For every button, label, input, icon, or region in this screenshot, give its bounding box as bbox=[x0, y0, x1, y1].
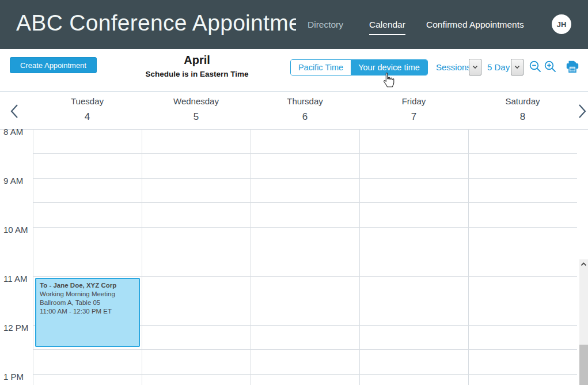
app-title: ABC Conference Appointme bbox=[16, 10, 296, 40]
vertical-scrollbar[interactable] bbox=[579, 259, 588, 385]
calendar-toolbar: Create Appointment April Schedule is in … bbox=[0, 49, 588, 92]
view-dropdown-label[interactable]: 5 Day bbox=[487, 62, 510, 72]
chevron-right-icon bbox=[577, 104, 587, 119]
appointment-attendee: To - Jane Doe, XYZ Corp bbox=[40, 281, 135, 290]
previous-week-button[interactable] bbox=[9, 104, 20, 121]
week-header: Tuesday 4 Wednesday 5 Thursday 6 Friday … bbox=[0, 92, 588, 130]
time-label: 10 AM bbox=[3, 225, 32, 235]
calendar-grid-cells[interactable]: To - Jane Doe, XYZ Corp Working Morning … bbox=[33, 130, 577, 385]
scroll-up-arrow-icon[interactable] bbox=[581, 262, 587, 267]
time-label: 8 AM bbox=[3, 127, 32, 137]
zoom-in-icon bbox=[544, 60, 557, 74]
sessions-dropdown-label[interactable]: Sessions bbox=[436, 62, 471, 72]
print-button[interactable] bbox=[564, 58, 581, 78]
print-icon bbox=[564, 58, 581, 76]
nav-item-confirmed-appointments[interactable]: Confirmed Appointments bbox=[426, 20, 524, 30]
day-header-tuesday[interactable]: Tuesday 4 bbox=[33, 92, 142, 130]
device-time-toggle[interactable]: Your device time bbox=[351, 60, 427, 75]
chevron-left-icon bbox=[9, 104, 20, 119]
zoom-out-button[interactable] bbox=[529, 60, 543, 76]
time-label: 11 AM bbox=[3, 274, 32, 284]
appointment-time: 11:00 AM - 12:30 PM ET bbox=[40, 307, 135, 316]
scrollbar-thumb[interactable] bbox=[579, 345, 588, 385]
day-header-thursday[interactable]: Thursday 6 bbox=[251, 92, 359, 130]
timezone-subtitle: Schedule is in Eastern Time bbox=[122, 70, 272, 78]
calendar-title-block: April Schedule is in Eastern Time bbox=[122, 54, 272, 78]
zoom-in-button[interactable] bbox=[544, 60, 557, 76]
nav-item-directory[interactable]: Directory bbox=[308, 20, 343, 30]
user-avatar[interactable]: JH bbox=[552, 14, 571, 34]
month-title: April bbox=[122, 54, 272, 67]
day-header-saturday[interactable]: Saturday 8 bbox=[468, 92, 577, 130]
calendar-grid: 8 AM 9 AM 10 AM 11 AM 12 PM 1 PM To - Ja… bbox=[0, 130, 588, 385]
pacific-time-toggle[interactable]: Pacific Time bbox=[291, 60, 351, 75]
timezone-toggle: Pacific Time Your device time bbox=[290, 59, 428, 76]
create-appointment-button[interactable]: Create Appointment bbox=[10, 57, 97, 73]
day-columns-header: Tuesday 4 Wednesday 5 Thursday 6 Friday … bbox=[33, 92, 577, 130]
appointment-title: Working Morning Meeting bbox=[40, 290, 135, 299]
time-label: 9 AM bbox=[3, 176, 32, 186]
chevron-down-icon bbox=[514, 65, 520, 69]
time-label: 12 PM bbox=[3, 323, 32, 333]
chevron-down-icon bbox=[472, 65, 478, 69]
zoom-out-icon bbox=[529, 60, 543, 74]
time-label: 1 PM bbox=[3, 372, 32, 382]
top-navbar: ABC Conference Appointme Directory Calen… bbox=[0, 0, 588, 49]
sessions-dropdown-arrow[interactable] bbox=[469, 59, 481, 76]
day-header-wednesday[interactable]: Wednesday 5 bbox=[142, 92, 251, 130]
appointment-block[interactable]: To - Jane Doe, XYZ Corp Working Morning … bbox=[35, 278, 140, 347]
appointment-location: Ballroom A, Table 05 bbox=[40, 299, 135, 307]
day-header-friday[interactable]: Friday 7 bbox=[359, 92, 468, 130]
nav-item-calendar[interactable]: Calendar bbox=[369, 20, 405, 35]
view-dropdown-arrow[interactable] bbox=[511, 59, 523, 76]
next-week-button[interactable] bbox=[577, 104, 587, 121]
